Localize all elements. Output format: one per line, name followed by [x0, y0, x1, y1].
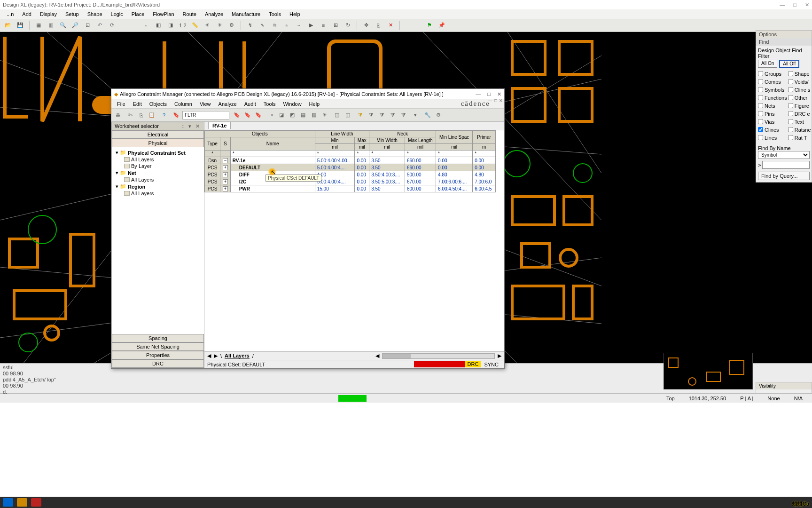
scroll-right-icon[interactable]: ▶ [214, 353, 218, 359]
tool-icon[interactable]: ◫ [332, 111, 342, 120]
pin-icon[interactable]: 📌 [437, 20, 447, 31]
tab-spacing[interactable]: Spacing [112, 334, 204, 342]
taskbar-item[interactable] [17, 498, 27, 507]
save-icon[interactable]: 💾 [15, 20, 25, 31]
menu-shape[interactable]: Shape [84, 10, 106, 18]
tool-icon[interactable]: ◪ [277, 111, 286, 120]
indent-icon[interactable]: ⇥ [266, 111, 275, 120]
bookmark-del-icon[interactable]: 🔖 [254, 111, 263, 120]
dropdown-icon[interactable]: ▾ [411, 111, 420, 120]
delete-icon[interactable]: ✕ [385, 20, 396, 31]
filter-vias-checkbox[interactable] [758, 119, 763, 124]
menu-setup[interactable]: Setup [62, 10, 83, 18]
all-off-button[interactable]: All Off [779, 60, 799, 68]
zoom-out-icon[interactable]: 🔎 [70, 20, 80, 31]
cut-icon[interactable]: ✄ [125, 111, 135, 120]
filter-figure-checkbox[interactable] [788, 103, 793, 108]
copy-icon[interactable]: ⎘ [373, 20, 383, 31]
tab-properties[interactable]: Properties [112, 351, 204, 359]
dlg-menu-audit[interactable]: Audit [241, 100, 260, 108]
table-row[interactable]: PCS+DIFF4.000.003.50:4.00:3....500.004.8… [205, 171, 496, 178]
menu-place[interactable]: Place [128, 10, 148, 18]
filter-input[interactable]: FLTR [182, 111, 229, 119]
table-row[interactable]: PCS+DEFAULT5.00:4.00:4....0.003.50660.00… [205, 164, 496, 171]
minimize-icon[interactable]: — [780, 2, 785, 8]
menu-manufacture[interactable]: Manufacture [228, 10, 264, 18]
filter-clines-checkbox[interactable] [758, 127, 763, 132]
all-on-button[interactable]: All On [758, 60, 777, 68]
menu-logic[interactable]: Logic [107, 10, 127, 18]
open-icon[interactable]: 📂 [3, 20, 13, 31]
dlg-menu-tools[interactable]: Tools [260, 100, 280, 108]
constraint-table[interactable]: Objects Line Width Neck Min Line Spac Pr… [204, 130, 496, 192]
menu-add[interactable]: Add [18, 10, 35, 18]
filter-nets-checkbox[interactable] [758, 103, 763, 108]
funnel-icon[interactable]: ⧩ [366, 111, 375, 120]
copy-icon[interactable]: ⎘ [136, 111, 146, 120]
dlg-menu-help[interactable]: Help [305, 100, 324, 108]
hscrollbar[interactable] [382, 353, 495, 359]
help-icon[interactable]: ? [159, 111, 169, 120]
tab-drc[interactable]: DRC [112, 359, 204, 368]
tool-icon[interactable]: ◨ [165, 20, 176, 31]
paste-icon[interactable]: 📋 [147, 111, 156, 120]
menu-display[interactable]: Display [36, 10, 61, 18]
tool-icon[interactable]: 1 2 [178, 20, 188, 31]
filter-lines-checkbox[interactable] [758, 135, 763, 140]
tree-pcs-all[interactable]: All Layers [113, 156, 203, 163]
tab-physical[interactable]: Physical [112, 139, 204, 147]
tree-net[interactable]: ▾📁Net [113, 169, 203, 176]
gear-icon[interactable]: ⚙ [434, 111, 443, 120]
taskbar-item[interactable] [31, 498, 41, 507]
find-name-input[interactable] [762, 161, 810, 169]
dlg-menu-analyze[interactable]: Analyze [215, 100, 241, 108]
filter-groups-checkbox[interactable] [758, 71, 763, 76]
status-sync[interactable]: SYNC [481, 362, 501, 367]
ruler-icon[interactable]: 📏 [190, 20, 200, 31]
filter-text-checkbox[interactable] [788, 119, 793, 124]
filter-other-checkbox[interactable] [788, 95, 793, 100]
expand-icon[interactable]: + [223, 165, 228, 170]
find-by-query-button[interactable]: Find by Query... [758, 172, 810, 180]
grid-icon[interactable]: ⊞ [330, 20, 341, 31]
tool-icon[interactable]: ◩ [288, 111, 297, 120]
grid-tab[interactable]: RV-1e [208, 122, 231, 129]
print-icon[interactable]: 🖶 [113, 111, 123, 120]
tool-icon[interactable]: ▧ [309, 111, 319, 120]
gear-icon[interactable]: ⚙ [226, 20, 237, 31]
close-icon[interactable]: ✕ [805, 2, 809, 8]
zoom-prev-icon[interactable]: ↶ [94, 20, 105, 31]
menu-analyze[interactable]: Analyze [201, 10, 227, 18]
bookmark-add-icon[interactable]: 🔖 [243, 111, 252, 120]
zoom-in-icon[interactable]: 🔍 [58, 20, 68, 31]
filter-functions-checkbox[interactable] [758, 95, 763, 100]
dialog-titlebar[interactable]: ◆ Allegro Constraint Manager (connected … [111, 89, 504, 99]
route-icon[interactable]: ↯ [245, 20, 255, 31]
play-icon[interactable]: ▶ [306, 20, 316, 31]
filter-drc e-checkbox[interactable] [788, 111, 793, 116]
sun-icon[interactable]: ☀ [202, 20, 212, 31]
minimize-icon[interactable]: — [476, 91, 481, 97]
expand-icon[interactable]: + [223, 172, 228, 177]
sheet-tab[interactable]: All Layers [225, 353, 250, 359]
menu-route[interactable]: Route [179, 10, 200, 18]
filter-symbols-checkbox[interactable] [758, 87, 763, 92]
taskbar[interactable]: 蛐蛐Ca [0, 497, 812, 508]
table-row[interactable]: PCS+PWR15.000.003.50800.006.00:4.50:4...… [205, 185, 496, 192]
table-row[interactable]: PCS+I2C5.00:4.00:4....0.003.50:5.00:3...… [205, 178, 496, 185]
expand-icon[interactable]: + [223, 186, 228, 191]
filter-cline s-checkbox[interactable] [788, 87, 793, 92]
move-icon[interactable]: ✥ [361, 20, 371, 31]
refresh-icon[interactable]: ⟳ [107, 20, 117, 31]
tree-region-all[interactable]: All Layers [113, 190, 203, 197]
filter-comps-checkbox[interactable] [758, 79, 763, 84]
funnel-icon[interactable]: ⧩ [377, 111, 386, 120]
list-icon[interactable]: ≡ [318, 20, 328, 31]
sun2-icon[interactable]: ✳ [214, 20, 225, 31]
status-toggle[interactable]: P | A | [740, 396, 753, 401]
tool-icon[interactable]: ◫ [343, 111, 352, 120]
hscroll-left-icon[interactable]: ◀ [375, 353, 379, 359]
filter-pins-checkbox[interactable] [758, 111, 763, 116]
expand-icon[interactable]: + [223, 179, 228, 184]
menu-help[interactable]: Help [286, 10, 304, 18]
